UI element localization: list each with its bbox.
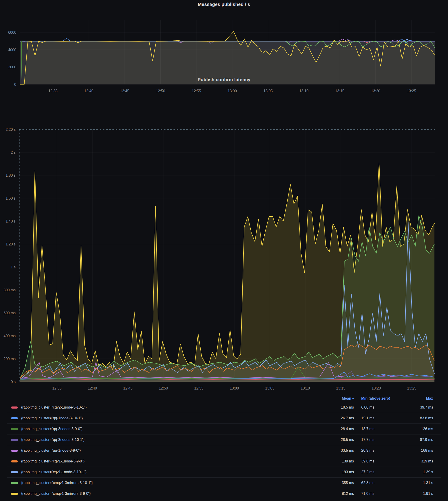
legend-max-value: 126 ms (399, 427, 441, 431)
x-axis-tick-label: 13:25 (407, 89, 416, 93)
legend-series-label[interactable]: {rabbitmq_cluster="cqv1-1node-3-10-1"} (7, 470, 324, 474)
x-axis-tick-label: 12:45 (123, 386, 132, 390)
y-axis-tick-label: 200 ms (4, 357, 16, 361)
legend-mean-value: 33.5 ms (324, 449, 354, 453)
legend-mean-value: 28.5 ms (324, 438, 354, 442)
y-axis-tick-label: 400 ms (4, 334, 16, 338)
legend-row: {rabbitmq_cluster="cqv1-1node-3-10-1"}19… (7, 467, 441, 477)
x-axis-tick-label: 13:00 (230, 386, 239, 390)
x-axis-tick-label: 12:50 (156, 89, 165, 93)
x-axis-tick-label: 13:25 (407, 386, 416, 390)
legend-max-value: 1.31 s (399, 481, 441, 485)
legend-header-min[interactable]: Min (above zero) (354, 396, 399, 401)
series-color-swatch[interactable] (11, 407, 18, 408)
y-axis-tick-label: 6000 (8, 31, 16, 34)
legend-min-value: 39.8 ms (354, 459, 399, 463)
y-axis-tick-label: 1.80 s (5, 173, 16, 177)
legend-row: {rabbitmq_cluster="qq-3nodes-3-10-1"}28.… (7, 434, 441, 445)
legend-series-label-text: {rabbitmq_cluster="qq-3nodes-3-10-1"} (21, 438, 85, 442)
legend-min-value: 6.00 ms (354, 405, 399, 409)
legend-series-label-text: {rabbitmq_cluster="qq-1node-3-10-1"} (21, 416, 83, 420)
x-axis-tick-label: 13:05 (263, 89, 273, 93)
legend-header-max[interactable]: Max (399, 396, 441, 401)
x-axis-tick-label: 12:55 (194, 386, 203, 390)
legend-series-label[interactable]: {rabbitmq_cluster="cmqv1-3mirrors-3-9-0"… (7, 492, 324, 496)
y-axis-tick-label: 1.40 s (5, 219, 16, 223)
legend-row: {rabbitmq_cluster="cmqv1-3mirrors-3-10-1… (7, 477, 441, 488)
legend-series-label[interactable]: {rabbitmq_cluster="cmqv1-3mirrors-3-10-1… (7, 481, 324, 485)
legend-min-value: 27.2 ms (354, 470, 399, 474)
y-axis-tick-label: 1 s (11, 265, 16, 269)
x-axis-tick-label: 13:05 (265, 386, 274, 390)
legend-series-label-text: {rabbitmq_cluster="cmqv1-3mirrors-3-10-1… (21, 481, 93, 485)
series-color-swatch[interactable] (11, 471, 18, 473)
legend-max-value: 39.7 ms (399, 405, 441, 409)
series-color-swatch[interactable] (11, 428, 18, 430)
legend-max-value: 1.91 s (399, 492, 441, 496)
legend-row: {rabbitmq_cluster="qq-3nodes-3-9-0"}28.4… (7, 423, 441, 434)
y-axis-tick-label: 0 (14, 83, 16, 86)
y-axis-tick-label: 2000 (8, 65, 16, 69)
legend-max-value: 168 ms (399, 449, 441, 453)
x-axis-tick-label: 13:15 (335, 89, 344, 93)
legend-series-label[interactable]: {rabbitmq_cluster="cqv1-1node-3-9-0"} (7, 459, 324, 463)
y-axis-tick-label: 2 s (11, 151, 16, 154)
x-axis-tick-label: 13:15 (336, 386, 345, 390)
y-axis-tick-label: 2.20 s (5, 127, 16, 131)
legend-max-value: 87.9 ms (399, 438, 441, 442)
time-series-charts-canvas[interactable]: 020004000600012:3512:4012:4512:5012:5513… (0, 0, 448, 394)
series-color-swatch[interactable] (11, 439, 18, 441)
y-axis-tick-label: 4000 (8, 48, 16, 52)
series-color-swatch[interactable] (11, 450, 18, 452)
legend-series-label-text: {rabbitmq_cluster="cmqv1-3mirrors-3-9-0"… (21, 492, 91, 496)
x-axis-tick-label: 13:10 (301, 386, 310, 390)
x-axis-tick-label: 12:40 (88, 386, 97, 390)
x-axis-tick-label: 12:40 (84, 89, 93, 93)
legend-mean-value: 193 ms (324, 470, 354, 474)
y-axis-tick-label: 0 s (11, 380, 16, 384)
messages-published-chart[interactable]: 020004000600012:3512:4012:4512:5012:5513… (8, 20, 435, 93)
series-color-swatch[interactable] (11, 417, 18, 419)
legend-series-label[interactable]: {rabbitmq_cluster="qq-3nodes-3-10-1"} (7, 438, 324, 442)
legend-row: {rabbitmq_cluster="cqv2-1node-3-10-1"}18… (7, 402, 441, 413)
legend-series-label[interactable]: {rabbitmq_cluster="cqv2-1node-3-10-1"} (7, 405, 324, 409)
legend-header-mean[interactable]: Mean^ (324, 396, 354, 401)
series-color-swatch[interactable] (11, 482, 18, 484)
legend-max-value: 83.8 ms (399, 416, 441, 420)
sort-asc-icon: ^ (352, 397, 354, 400)
publish-confirm-latency-chart[interactable]: 0 s200 ms400 ms600 ms800 ms1 s1.20 s1.40… (4, 127, 435, 390)
x-axis-tick-label: 12:45 (120, 89, 129, 93)
legend-max-value: 319 ms (399, 459, 441, 463)
legend-min-value: 18.7 ms (354, 427, 399, 431)
legend-series-label[interactable]: {rabbitmq_cluster="qq-1node-3-9-0"} (7, 449, 324, 453)
legend-series-label-text: {rabbitmq_cluster="qq-1node-3-9-0"} (21, 449, 81, 453)
legend-rows: {rabbitmq_cluster="cqv2-1node-3-10-1"}18… (7, 402, 441, 499)
y-axis-tick-label: 800 ms (4, 288, 16, 292)
x-axis-tick-label: 12:35 (48, 89, 58, 93)
y-axis-tick-label: 1.20 s (5, 242, 16, 246)
legend-mean-value: 18.5 ms (324, 405, 354, 409)
x-axis-tick-label: 13:10 (299, 89, 308, 93)
legend-series-label[interactable]: {rabbitmq_cluster="qq-3nodes-3-9-0"} (7, 427, 324, 431)
legend-min-value: 71.0 ms (354, 492, 399, 496)
legend-max-value: 1.39 s (399, 470, 441, 474)
legend-series-label[interactable]: {rabbitmq_cluster="qq-1node-3-10-1"} (7, 416, 324, 420)
legend-mean-value: 26.7 ms (324, 416, 354, 420)
legend-mean-value: 139 ms (324, 459, 354, 463)
series-color-swatch[interactable] (11, 493, 18, 495)
legend-min-value: 20.9 ms (354, 449, 399, 453)
legend-series-label-text: {rabbitmq_cluster="cqv2-1node-3-10-1"} (21, 405, 87, 409)
legend-series-label-text: {rabbitmq_cluster="qq-3nodes-3-9-0"} (21, 427, 83, 431)
grafana-dashboard: { "page": { "background": "#0e0f13", "gr… (0, 0, 448, 501)
legend-table: Mean^ Min (above zero) Max {rabbitmq_clu… (0, 395, 448, 499)
legend-min-value: 15.1 ms (354, 416, 399, 420)
x-axis-tick-label: 12:55 (192, 89, 201, 93)
legend-min-value: 62.8 ms (354, 481, 399, 485)
series-color-swatch[interactable] (11, 460, 18, 462)
legend-series-label-text: {rabbitmq_cluster="cqv1-1node-3-9-0"} (21, 459, 84, 463)
y-axis-tick-label: 600 ms (4, 311, 16, 315)
y-axis-tick-label: 1.60 s (5, 196, 16, 200)
legend-mean-value: 812 ms (324, 492, 354, 496)
x-axis-tick-label: 13:20 (372, 386, 381, 390)
legend-row: {rabbitmq_cluster="qq-1node-3-10-1"}26.7… (7, 413, 441, 423)
